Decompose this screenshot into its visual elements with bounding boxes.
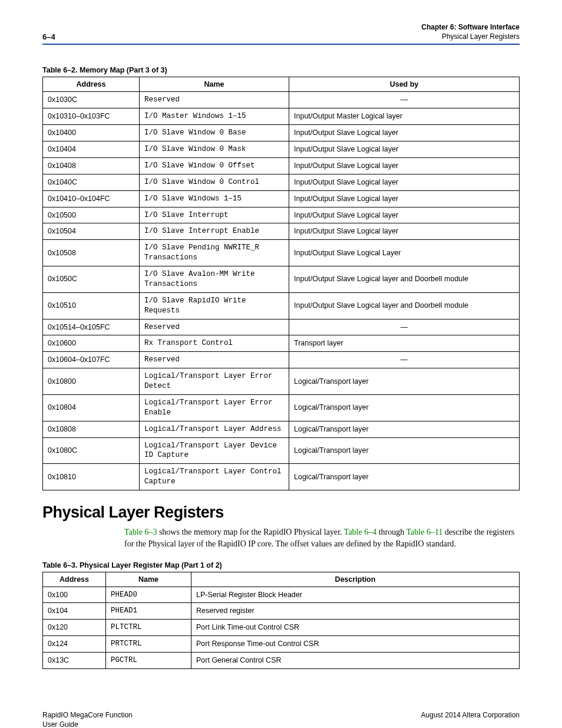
table-row: 0x10808Logical/Transport Layer AddressLo… [43, 421, 520, 437]
cell-address: 0x10408 [43, 157, 140, 174]
cell-name: I/O Slave Windows 1–15 [140, 190, 289, 207]
section-heading: Physical Layer Registers [42, 503, 520, 522]
cell-usedby: Input/Output Slave Logical layer [289, 125, 520, 141]
cell-address: 0x10804 [43, 394, 140, 421]
cell-name: Reserved [140, 92, 289, 108]
cell-address: 0x10510 [43, 292, 140, 319]
cell-usedby: Input/Output Slave Logical Layer [289, 240, 520, 266]
cell-address: 0x120 [43, 620, 106, 636]
cell-address: 0x124 [43, 636, 106, 653]
cell-description: LP-Serial Register Block Header [191, 587, 520, 603]
cell-name: I/O Slave Interrupt Enable [140, 223, 289, 240]
cell-address: 0x10600 [43, 335, 140, 352]
table-6-2: Address Name Used by 0x1030CReserved—0x1… [42, 77, 520, 490]
page-number: 6–4 [42, 32, 55, 41]
th-usedby: Used by [289, 77, 520, 92]
cell-usedby: Transport layer [289, 335, 520, 352]
cell-address: 0x1030C [43, 92, 140, 108]
cell-name: I/O Slave Avalon-MM Write Transactions [140, 266, 289, 293]
cell-address: 0x10514–0x105FC [43, 319, 140, 335]
section-label: Physical Layer Registers [421, 32, 520, 41]
cell-name: PHEAD0 [106, 587, 191, 603]
link-table-6-4[interactable]: Table 6–4 [344, 528, 376, 536]
th-address: Address [43, 572, 106, 587]
cell-name: PGCTRL [106, 653, 191, 669]
chapter-label: Chapter 6: Software Interface [421, 22, 520, 32]
cell-usedby: Input/Output Slave Logical layer and Doo… [289, 292, 520, 319]
cell-description: Reserved register [191, 603, 520, 620]
cell-name: PLTCTRL [106, 620, 191, 636]
table-row: 0x1080CLogical/Transport Layer Device ID… [43, 437, 520, 464]
cell-name: Logical/Transport Layer Error Detect [140, 368, 289, 395]
cell-name: Reserved [140, 319, 289, 335]
link-table-6-3[interactable]: Table 6–3 [124, 528, 157, 536]
cell-name: I/O Slave Window 0 Base [140, 125, 289, 141]
cell-usedby: — [289, 319, 520, 335]
table-row: 0x10600Rx Transport ControlTransport lay… [43, 335, 520, 352]
cell-address: 0x10310–0x103FC [43, 108, 140, 125]
cell-usedby: Logical/Transport layer [289, 464, 520, 490]
cell-address: 0x1040C [43, 174, 140, 190]
footer-right: August 2014 Altera Corporation [421, 710, 520, 728]
cell-address: 0x104 [43, 603, 106, 620]
cell-usedby: Input/Output Slave Logical layer [289, 174, 520, 190]
cell-address: 0x10810 [43, 464, 140, 490]
cell-usedby: Logical/Transport layer [289, 394, 520, 421]
cell-name: PRTCTRL [106, 636, 191, 653]
cell-name: I/O Slave Window 0 Offset [140, 157, 289, 174]
table-row: 0x1030CReserved— [43, 92, 520, 108]
footer-left: RapidIO MegaCore Function User Guide [42, 710, 133, 728]
table-6-3-caption: Table 6–3. Physical Layer Register Map (… [42, 561, 520, 569]
link-table-6-11[interactable]: Table 6–11 [406, 528, 443, 536]
cell-address: 0x13C [43, 653, 106, 669]
header-right: Chapter 6: Software Interface Physical L… [421, 22, 520, 41]
cell-name: I/O Slave Window 0 Control [140, 174, 289, 190]
cell-usedby: Logical/Transport layer [289, 437, 520, 464]
cell-name: Reserved [140, 352, 289, 368]
table-row: 0x124PRTCTRLPort Response Time-out Contr… [43, 636, 520, 653]
table-row: 0x10408I/O Slave Window 0 OffsetInput/Ou… [43, 157, 520, 174]
cell-address: 0x10500 [43, 207, 140, 223]
table-row: 0x104PHEAD1Reserved register [43, 603, 520, 620]
cell-usedby: — [289, 352, 520, 368]
table-row: 0x10514–0x105FCReserved— [43, 319, 520, 335]
cell-usedby: Logical/Transport layer [289, 421, 520, 437]
cell-name: Logical/Transport Layer Error Enable [140, 394, 289, 421]
cell-name: I/O Slave Window 0 Mask [140, 141, 289, 158]
table-row: 0x1050CI/O Slave Avalon-MM Write Transac… [43, 266, 520, 293]
cell-usedby: Input/Output Slave Logical layer [289, 141, 520, 158]
body-paragraph: Table 6–3 shows the memory map for the R… [42, 526, 520, 551]
cell-usedby: Input/Output Slave Logical layer [289, 207, 520, 223]
table-row: 0x10508I/O Slave Pending NWRITE_R Transa… [43, 240, 520, 266]
cell-name: I/O Slave RapidIO Write Requests [140, 292, 289, 319]
cell-description: Port Link Time-out Control CSR [191, 620, 520, 636]
cell-address: 0x100 [43, 587, 106, 603]
cell-usedby: Input/Output Slave Logical layer [289, 223, 520, 240]
table-row: 0x13CPGCTRLPort General Control CSR [43, 653, 520, 669]
cell-name: I/O Master Windows 1–15 [140, 108, 289, 125]
th-name: Name [140, 77, 289, 92]
cell-name: PHEAD1 [106, 603, 191, 620]
cell-address: 0x10604–0x107FC [43, 352, 140, 368]
cell-address: 0x1080C [43, 437, 140, 464]
table-row: 0x10804Logical/Transport Layer Error Ena… [43, 394, 520, 421]
cell-address: 0x10410–0x104FC [43, 190, 140, 207]
table-row: 0x120PLTCTRLPort Link Time-out Control C… [43, 620, 520, 636]
th-description: Description [191, 572, 520, 587]
th-name: Name [106, 572, 191, 587]
table-row: 0x10410–0x104FCI/O Slave Windows 1–15Inp… [43, 190, 520, 207]
cell-address: 0x10508 [43, 240, 140, 266]
cell-address: 0x10404 [43, 141, 140, 158]
cell-name: Logical/Transport Layer Address [140, 421, 289, 437]
cell-name: Logical/Transport Layer Control Capture [140, 464, 289, 490]
cell-usedby: Logical/Transport layer [289, 368, 520, 395]
cell-description: Port General Control CSR [191, 653, 520, 669]
cell-usedby: Input/Output Master Logical layer [289, 108, 520, 125]
cell-address: 0x10800 [43, 368, 140, 395]
cell-name: Logical/Transport Layer Device ID Captur… [140, 437, 289, 464]
cell-address: 0x10808 [43, 421, 140, 437]
page-footer: RapidIO MegaCore Function User Guide Aug… [42, 710, 520, 728]
cell-usedby: Input/Output Slave Logical layer [289, 157, 520, 174]
th-address: Address [43, 77, 140, 92]
table-row: 0x10504I/O Slave Interrupt EnableInput/O… [43, 223, 520, 240]
